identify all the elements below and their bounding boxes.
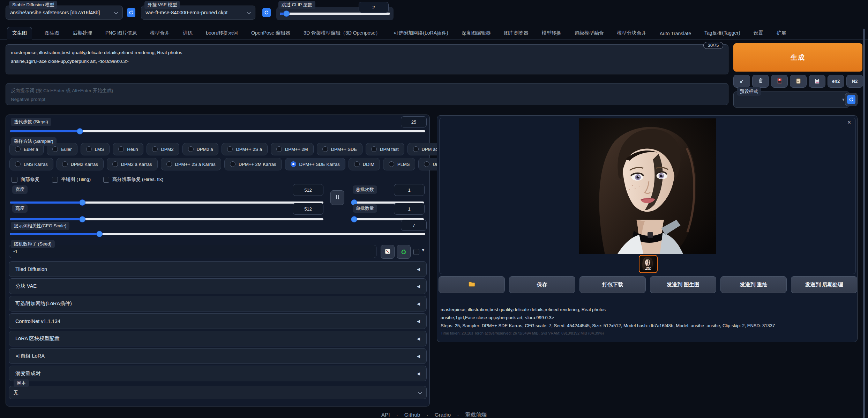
tab-image-browser[interactable]: 图库浏览器 (503, 27, 529, 39)
sampler-ddim[interactable]: DDIM (349, 158, 380, 170)
send-to-extras-button[interactable]: 发送到 后期处理 (791, 276, 857, 293)
tab-png-info[interactable]: PNG 图片信息 (105, 27, 137, 39)
negative-prompt-textarea[interactable]: 反向提示词 (按 Ctrl+Enter 或 Alt+Enter 开始生成) Ne… (6, 83, 728, 105)
tab-txt2img[interactable]: 文生图 (7, 27, 32, 39)
footer-link-github[interactable]: Github (404, 412, 420, 418)
tab-openpose-editor[interactable]: OpenPose 编辑器 (250, 27, 291, 39)
close-gallery-icon[interactable]: × (847, 119, 851, 126)
tab-extras[interactable]: 后期处理 (72, 27, 93, 39)
seed-input[interactable]: -1 (9, 245, 376, 258)
refresh-styles-button[interactable] (845, 93, 858, 106)
seed-extra-checkbox[interactable] (413, 249, 419, 255)
width-slider[interactable] (10, 201, 323, 204)
tab-3d-openpose[interactable]: 3D 骨架模型编辑（3D Openpose） (303, 27, 381, 39)
footer-link-api[interactable]: API (381, 412, 390, 418)
preset-styles-label: 预设样式 (737, 87, 761, 96)
accordion-controlnet[interactable]: ControlNet v1.1.134◀ (9, 313, 427, 329)
sampler-dpm2[interactable]: DPM2 (147, 143, 179, 155)
sampler-heun[interactable]: Heun (113, 143, 143, 155)
sampler-option-label: DPM2 a Karras (121, 162, 152, 167)
footer-link-gradio[interactable]: Gradio (435, 412, 451, 418)
sampler-dpmpp-sde[interactable]: DPM++ SDE (317, 143, 362, 155)
batch-count-value[interactable]: 1 (394, 184, 425, 196)
cfg-scale-value[interactable]: 7 (401, 220, 427, 231)
n2-button[interactable]: N2 (846, 75, 863, 88)
tab-train[interactable]: 训练 (182, 27, 193, 39)
zip-download-button[interactable]: 打包下载 (579, 276, 646, 293)
seed-extra-caret-icon[interactable]: ▼ (421, 248, 425, 252)
clip-skip-value[interactable]: 2 (359, 2, 389, 13)
tab-auto-translate[interactable]: Auto Translate (659, 28, 692, 39)
save-button[interactable]: 保存 (509, 276, 575, 293)
vae-refresh-button[interactable] (262, 8, 271, 17)
tab-depth-editor[interactable]: 深度图编辑器 (461, 27, 492, 39)
accordion-tiled-vae[interactable]: 分块 VAE◀ (9, 278, 427, 294)
swap-dimensions-button[interactable] (330, 190, 344, 205)
slider-thumb[interactable] (284, 11, 289, 16)
height-slider[interactable] (10, 218, 323, 220)
sampler-dpmpp-2s-a[interactable]: DPM++ 2S a (222, 143, 267, 155)
hires-fix-checkbox[interactable]: 高分辨率修复 (Hires. fix) (103, 176, 163, 183)
slider-thumb[interactable] (80, 200, 85, 205)
sampler-lms[interactable]: LMS (81, 143, 110, 155)
tab-model-converter[interactable]: 模型转换 (541, 27, 562, 39)
apply-style-button[interactable] (790, 75, 807, 88)
height-value[interactable]: 512 (293, 203, 323, 215)
slider-thumb[interactable] (97, 231, 102, 237)
random-seed-button[interactable] (381, 245, 395, 259)
sampler-lms-karras[interactable]: LMS Karras (9, 158, 53, 170)
steps-slider[interactable] (10, 130, 425, 132)
save-style-button[interactable] (809, 75, 825, 88)
tab-extensions[interactable]: 扩展 (776, 27, 787, 39)
steps-value[interactable]: 25 (401, 116, 427, 127)
batch-size-value[interactable]: 1 (394, 203, 425, 215)
send-to-inpaint-button[interactable]: 发送到 重绘 (720, 276, 787, 293)
accordion-composable-lora[interactable]: 可自组 LoRA◀ (9, 348, 427, 364)
vae-model-label: 外挂 VAE 模型 (144, 1, 180, 9)
sampler-dpmpp-2s-a-karras[interactable]: DPM++ 2S a Karras (161, 158, 221, 170)
sampler-dpm-fast[interactable]: DPM fast (366, 143, 404, 155)
generate-button[interactable]: 生成 (733, 43, 862, 72)
sampler-dpmpp-sde-karras[interactable]: DPM++ SDE Karras (285, 158, 345, 170)
width-value[interactable]: 512 (293, 184, 323, 196)
accordion-tiled-diffusion[interactable]: Tiled Diffusion◀ (9, 261, 427, 277)
accordion-latent-couple[interactable]: 潜变量成对◀ (9, 366, 427, 381)
extra-networks-button[interactable] (771, 75, 788, 88)
paste-params-button[interactable]: ↙ (733, 75, 750, 88)
en2-button[interactable]: en2 (828, 75, 844, 88)
slider-thumb[interactable] (351, 217, 357, 222)
generated-image[interactable] (579, 118, 716, 254)
open-folder-button[interactable] (439, 276, 505, 293)
tab-checkpoint-merger[interactable]: 模型合并 (149, 27, 170, 39)
tab-settings[interactable]: 设置 (753, 27, 764, 39)
page-scrollbar[interactable] (863, 29, 865, 418)
accordion-additional-networks[interactable]: 可选附加网络(LoRA插件)◀ (9, 296, 427, 311)
reuse-seed-button[interactable]: ♻ (397, 245, 411, 259)
sampler-dpmpp-2m[interactable]: DPM++ 2M (271, 143, 314, 155)
slider-thumb[interactable] (77, 129, 83, 134)
cfg-scale-slider[interactable] (10, 233, 425, 235)
sampler-dpm2-a[interactable]: DPM2 a (182, 143, 219, 155)
tab-booru-tag[interactable]: booru转提示词 (205, 27, 239, 39)
tiling-checkbox[interactable]: 平铺图 (Tiling) (52, 176, 91, 183)
script-dropdown[interactable]: 无 (9, 386, 427, 399)
slider-thumb[interactable] (80, 217, 85, 222)
sampler-dpm2-karras[interactable]: DPM2 Karras (57, 158, 104, 170)
tab-additional-networks[interactable]: 可选附加网络(LoRA插件) (393, 27, 449, 39)
tab-tagger[interactable]: Tag反推(Tagger) (704, 27, 741, 39)
sampler-dpm2-a-karras[interactable]: DPM2 a Karras (107, 158, 158, 170)
tab-img2img[interactable]: 图生图 (44, 27, 60, 39)
footer-link-reload-ui[interactable]: 重载前端 (465, 412, 487, 418)
tab-super-merger[interactable]: 超级模型融合 (574, 27, 605, 39)
restore-faces-checkbox[interactable]: 面部修复 (12, 176, 39, 183)
sd-model-refresh-button[interactable] (127, 8, 135, 17)
sampler-plms[interactable]: PLMS (383, 158, 415, 170)
sampler-dpmpp-2m-karras[interactable]: DPM++ 2M Karras (224, 158, 282, 170)
clear-prompt-button[interactable] (752, 75, 769, 88)
slider-fill (10, 201, 82, 204)
send-to-img2img-button[interactable]: 发送到 图生图 (650, 276, 716, 293)
prompt-textarea[interactable]: masterpiece, illustration,best quality,d… (6, 44, 728, 74)
accordion-lora-block-weight[interactable]: LoRA 区块权重配置◀ (9, 331, 427, 346)
tab-model-toolkit[interactable]: 模型分块合并 (616, 27, 647, 39)
gallery-thumbnail[interactable] (639, 255, 658, 273)
